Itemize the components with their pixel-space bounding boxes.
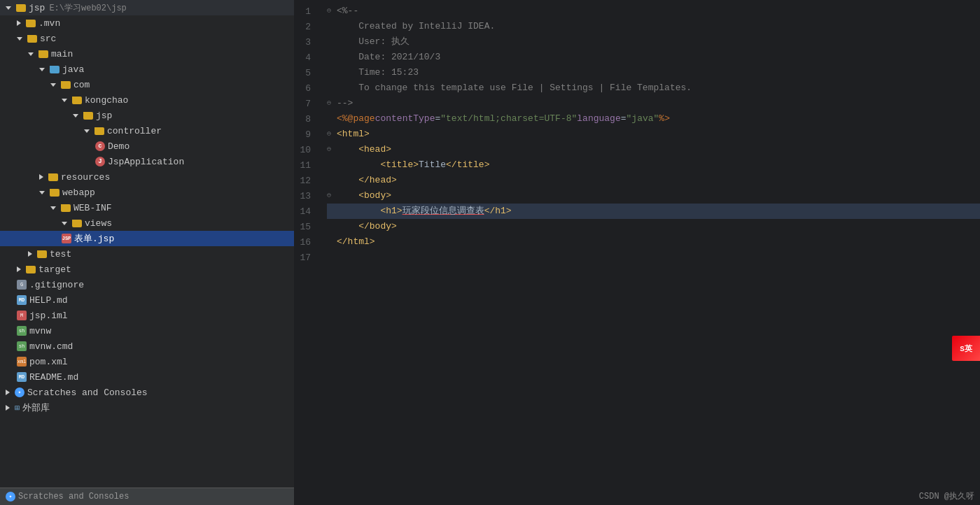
tree-item-java[interactable]: java: [0, 62, 294, 77]
tree-item-gitignore[interactable]: G .gitignore: [0, 277, 294, 292]
tree-item-label: pom.xml: [29, 357, 68, 367]
line-8-lang: language: [577, 111, 620, 127]
tree-item-iml[interactable]: M jsp.iml: [0, 308, 294, 323]
tree-item-controller[interactable]: controller: [0, 123, 294, 138]
tree-item-main[interactable]: main: [0, 46, 294, 62]
tree-item-test[interactable]: test: [0, 246, 294, 262]
tree-item-biaodanjsp[interactable]: JSP 表单.jsp: [0, 231, 294, 246]
csdn-badge: CSDN @执久呀: [913, 488, 980, 505]
java-class-icon: c: [95, 141, 105, 151]
tree-item-label: mvnw.cmd: [29, 341, 73, 352]
tree-item-webapp[interactable]: webapp: [0, 185, 294, 200]
tree-item-mvn[interactable]: .mvn: [0, 15, 294, 31]
fold-7[interactable]: ⊖: [327, 96, 335, 111]
folder-icon: [72, 220, 82, 227]
code-line-4: Date: 2021/10/3: [327, 50, 980, 65]
line-15-text: </body>: [337, 219, 397, 234]
tree-item-label: resources: [61, 172, 110, 183]
tree-item-label: views: [85, 218, 112, 229]
line-3-text: User: 执久: [337, 34, 410, 50]
tree-item-jspapplication[interactable]: J JspApplication: [0, 154, 294, 169]
code-editor[interactable]: 1 2 3 4 5 6 7 8 9 10 11 12 13 14 15 16 1…: [294, 0, 980, 505]
tree-item-label: .mvn: [38, 18, 60, 29]
tree-item-label: 外部库: [22, 401, 50, 414]
fold-1[interactable]: ⊖: [327, 3, 335, 19]
tree-item-jsp-root[interactable]: jsp E:\学习web02\jsp: [0, 0, 294, 15]
tree-item-scratches[interactable]: ✦ Scratches and Consoles: [0, 385, 294, 400]
tree-item-label: Scratches and Consoles: [27, 387, 148, 398]
code-line-7: ⊖ -->: [327, 96, 980, 111]
fold-5: [327, 65, 335, 80]
tree-item-label: mvnw: [29, 326, 51, 336]
scratches-icon: ✦: [15, 387, 24, 397]
tree-item-mvnwcmd[interactable]: sh mvnw.cmd: [0, 339, 294, 354]
line-7-text: -->: [337, 96, 353, 111]
s-badge[interactable]: S英: [952, 336, 980, 361]
fold-3: [327, 34, 335, 50]
tree-item-demo[interactable]: c Demo: [0, 138, 294, 154]
tree-item-label: jsp: [29, 3, 45, 13]
tree-item-kongchao[interactable]: kongchao: [0, 92, 294, 108]
arrow-closed-icon: [17, 266, 23, 272]
tree-item-webinf[interactable]: WEB-INF: [0, 200, 294, 215]
tree-item-jsp-pkg[interactable]: jsp: [0, 108, 294, 123]
fold-17: [327, 250, 335, 265]
folder-icon: [27, 35, 37, 43]
line-14-close: </h1>: [484, 204, 512, 219]
xml-icon: xml: [17, 357, 27, 367]
line-8-ctval: "text/html;charset=UTF-8": [440, 111, 577, 127]
line-14-content: 玩家段位信息调查表: [402, 204, 484, 219]
code-line-11: <title>Title</title>: [327, 157, 980, 173]
line-6-text: To change this template use File | Setti…: [337, 80, 692, 96]
code-line-16: </html>: [327, 234, 980, 250]
tree-item-pomxml[interactable]: xml pom.xml: [0, 354, 294, 369]
arrow-open-icon: [50, 83, 58, 87]
code-line-15: </body>: [327, 219, 980, 234]
code-line-13: ⊖ <body>: [327, 188, 980, 204]
tree-item-com[interactable]: com: [0, 77, 294, 92]
file-tree[interactable]: jsp E:\学习web02\jsp .mvn src main java co…: [0, 0, 294, 505]
arrow-open-icon: [62, 99, 69, 102]
fold-4: [327, 50, 335, 65]
tree-item-src[interactable]: src: [0, 31, 294, 46]
gitignore-icon: G: [17, 280, 27, 290]
md-icon: MD: [17, 295, 27, 305]
fold-13[interactable]: ⊖: [327, 188, 335, 204]
tree-item-views[interactable]: views: [0, 215, 294, 231]
tree-item-target[interactable]: target: [0, 262, 294, 277]
code-line-14: <h1>玩家段位信息调查表</h1>: [327, 204, 980, 219]
csdn-label: CSDN @执久呀: [919, 492, 974, 502]
line-8-text: <%@: [337, 111, 353, 127]
line-11-open: <title>: [337, 157, 419, 173]
tree-item-mvnw[interactable]: sh mvnw: [0, 323, 294, 339]
fold-15: [327, 219, 335, 234]
folder-icon: [26, 20, 36, 27]
tree-item-readmemd[interactable]: MD README.md: [0, 369, 294, 385]
line-10-text: <head>: [337, 142, 391, 157]
statusbar-scratches-icon: ✦: [6, 492, 15, 502]
tree-item-label: main: [51, 49, 73, 59]
line-8-ct: contentType: [375, 111, 435, 127]
folder-icon: [50, 189, 59, 197]
arrow-open-icon: [62, 222, 69, 225]
tree-item-label: jsp.iml: [29, 311, 68, 321]
tree-item-resources[interactable]: resources: [0, 169, 294, 185]
arrow-open-icon: [50, 206, 58, 210]
fold-6: [327, 80, 335, 96]
tree-item-label: README.md: [29, 372, 78, 383]
arrow-closed-icon: [39, 174, 46, 180]
library-icon: ⊞: [15, 403, 20, 413]
fold-10[interactable]: ⊖: [327, 142, 335, 157]
tree-item-label: jsp: [96, 111, 112, 121]
s-badge-label: S英: [960, 343, 972, 354]
folder-icon: [38, 50, 48, 58]
fold-9[interactable]: ⊖: [327, 127, 335, 142]
line-numbers: 1 2 3 4 5 6 7 8 9 10 11 12 13 14 15 16 1…: [294, 3, 323, 505]
tree-path: E:\学习web02\jsp: [49, 2, 126, 14]
tree-item-label: kongchao: [85, 95, 128, 106]
arrow-open-icon: [73, 114, 80, 118]
tree-item-helpmd[interactable]: MD HELP.md: [0, 292, 294, 308]
tree-item-extlib[interactable]: ⊞ 外部库: [0, 400, 294, 415]
code-line-3: User: 执久: [327, 34, 980, 50]
line-8-eq: =: [435, 111, 440, 127]
